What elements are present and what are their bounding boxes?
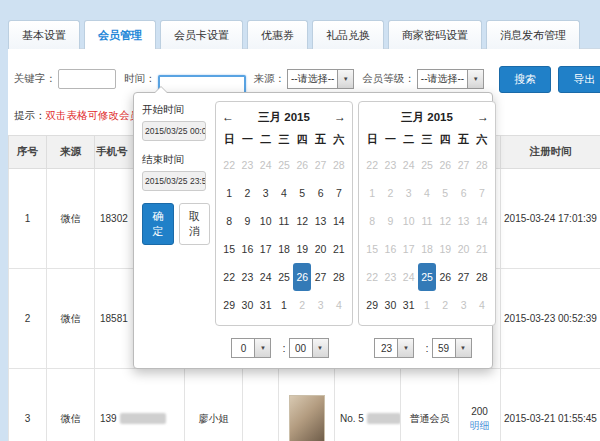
day-cell[interactable]: 27 — [311, 263, 329, 291]
end-time-controls: 23▼:59▼ — [374, 338, 479, 358]
day-cell[interactable]: 12 — [293, 207, 311, 235]
export-button[interactable]: 导出 — [558, 66, 600, 93]
day-cell[interactable]: 25 — [275, 263, 293, 291]
cell-extra — [243, 369, 279, 441]
confirm-button[interactable]: 确定 — [142, 203, 174, 245]
start-hour-select[interactable]: 0▼ — [231, 338, 271, 358]
end-calendar-column: 三月 2015→日一二三四五六2223242526272812345678910… — [358, 101, 496, 358]
day-cell[interactable]: 2 — [238, 179, 256, 207]
end-hour-select[interactable]: 23▼ — [374, 338, 414, 358]
source-select[interactable]: --请选择-- ▼ — [287, 69, 354, 89]
table-row[interactable]: 3微信139廖小姐No. 5普通会员200明细2015-03-21 01:55:… — [9, 369, 600, 441]
level-select[interactable]: --请选择-- ▼ — [417, 69, 484, 89]
tab-gift-exchange[interactable]: 礼品兑换 — [312, 20, 384, 49]
day-cell[interactable]: 1 — [220, 179, 238, 207]
calendar-month-title[interactable]: 三月 2015 — [379, 110, 475, 125]
day-cell[interactable]: 15 — [220, 235, 238, 263]
chevron-down-icon: ▼ — [255, 338, 271, 358]
end-minute-select-value: 59 — [432, 338, 456, 358]
cell-source: 微信 — [47, 169, 95, 269]
end-minute-select[interactable]: 59▼ — [432, 338, 472, 358]
hint-prefix: 提示： — [14, 109, 46, 121]
day-cell[interactable]: 31 — [400, 291, 418, 319]
day-cell[interactable]: 28 — [330, 263, 348, 291]
day-cell[interactable]: 31 — [257, 291, 275, 319]
start-time-input[interactable]: 2015/03/25 00:00:00 — [142, 121, 206, 141]
day-cell[interactable]: 10 — [257, 207, 275, 235]
day-cell[interactable]: 5 — [293, 179, 311, 207]
day-cell[interactable]: 8 — [220, 207, 238, 235]
redacted-blur — [367, 413, 401, 424]
points-detail-link[interactable]: 明细 — [460, 419, 499, 433]
day-cell[interactable]: 27 — [454, 263, 472, 291]
weekday-label: 五 — [311, 127, 329, 151]
day-cell[interactable]: 29 — [363, 291, 381, 319]
chevron-down-icon: ▼ — [313, 338, 329, 358]
day-cell: 19 — [436, 235, 454, 263]
tab-basic-settings[interactable]: 基本设置 — [8, 20, 80, 49]
day-cell[interactable]: 26 — [436, 263, 454, 291]
end-time-input[interactable]: 2015/03/25 23:59:59 — [142, 171, 206, 191]
keyword-input[interactable] — [58, 69, 116, 89]
day-cell[interactable]: 29 — [220, 291, 238, 319]
day-cell: 27 — [311, 151, 329, 179]
selected-day[interactable]: 26 — [293, 263, 311, 291]
cancel-button[interactable]: 取消 — [179, 203, 211, 245]
day-cell[interactable]: 28 — [473, 263, 491, 291]
day-cell: 22 — [363, 263, 381, 291]
day-cell[interactable]: 21 — [330, 235, 348, 263]
tab-message-publish[interactable]: 消息发布管理 — [486, 20, 580, 49]
day-cell[interactable]: 22 — [220, 263, 238, 291]
day-cell[interactable]: 4 — [275, 179, 293, 207]
prev-month-icon[interactable]: ← — [220, 110, 236, 124]
next-month-icon[interactable]: → — [475, 110, 491, 124]
avatar-photo — [289, 395, 325, 441]
tab-member-card-settings[interactable]: 会员卡设置 — [160, 20, 243, 49]
day-cell[interactable]: 16 — [238, 235, 256, 263]
tab-coupon[interactable]: 优惠券 — [247, 20, 308, 49]
day-cell[interactable]: 20 — [311, 235, 329, 263]
day-cell: 25 — [418, 151, 436, 179]
start-minute-select[interactable]: 00▼ — [289, 338, 329, 358]
cell-index: 1 — [9, 169, 47, 269]
day-cell: 25 — [275, 151, 293, 179]
points-value: 200 — [460, 405, 499, 419]
start-minute-select-value: 00 — [289, 338, 313, 358]
weekday-label: 六 — [330, 127, 348, 151]
tab-member-management[interactable]: 会员管理 — [84, 20, 156, 49]
day-cell[interactable]: 6 — [311, 179, 329, 207]
day-cell[interactable]: 3 — [257, 179, 275, 207]
day-cell[interactable]: 14 — [330, 207, 348, 235]
day-cell[interactable]: 11 — [275, 207, 293, 235]
day-cell[interactable]: 30 — [381, 291, 399, 319]
day-cell[interactable]: 18 — [275, 235, 293, 263]
weekday-label: 三 — [418, 127, 436, 151]
day-cell[interactable]: 30 — [238, 291, 256, 319]
start-hour-select-value: 0 — [231, 338, 255, 358]
level-label: 会员等级： — [362, 72, 415, 86]
source-select-value: --请选择-- — [287, 69, 338, 89]
day-cell[interactable]: 17 — [257, 235, 275, 263]
day-cell: 23 — [238, 151, 256, 179]
cell-level: 普通会员 — [401, 369, 459, 441]
next-month-icon[interactable]: → — [332, 110, 348, 124]
day-cell[interactable]: 9 — [238, 207, 256, 235]
day-cell: 12 — [436, 207, 454, 235]
day-cell[interactable]: 24 — [257, 263, 275, 291]
level-select-value: --请选择-- — [417, 69, 468, 89]
day-cell[interactable]: 7 — [330, 179, 348, 207]
search-button[interactable]: 搜索 — [499, 66, 551, 93]
tab-merchant-password[interactable]: 商家密码设置 — [388, 20, 482, 49]
cell-source: 微信 — [47, 369, 95, 441]
member-admin-page: { "tabs": [ {"label": "基本设置", "active": … — [0, 0, 600, 441]
calendar-month-title[interactable]: 三月 2015 — [236, 110, 332, 125]
cell-index: 2 — [9, 269, 47, 369]
day-cell[interactable]: 1 — [275, 291, 293, 319]
day-cell[interactable]: 19 — [293, 235, 311, 263]
day-cell: 3 — [400, 179, 418, 207]
day-cell[interactable]: 13 — [311, 207, 329, 235]
selected-day[interactable]: 25 — [418, 263, 436, 291]
picker-actions: 确定 取消 — [142, 203, 210, 245]
day-cell[interactable]: 23 — [238, 263, 256, 291]
weekday-label: 二 — [257, 127, 275, 151]
